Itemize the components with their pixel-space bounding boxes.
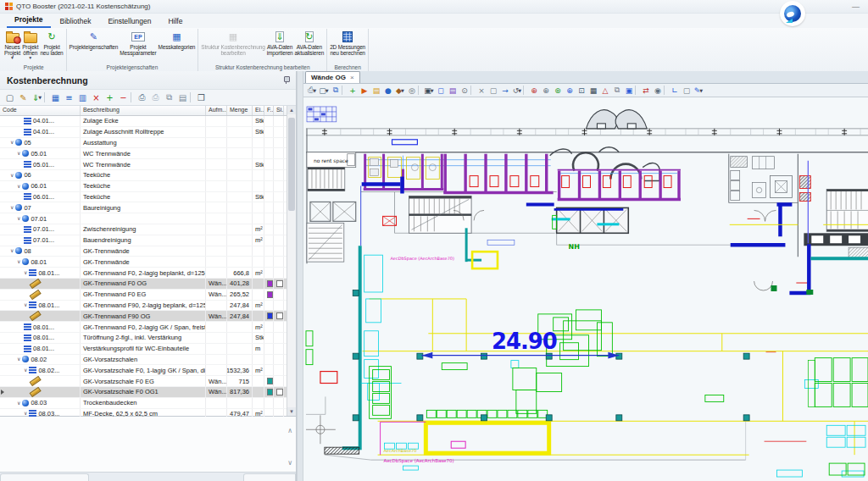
collapse-chevron-icon[interactable]: ∨ [24,411,27,416]
import-data-icon[interactable]: ⇓▼ [31,91,43,103]
copy-view-icon[interactable]: ⧉▼ [330,85,342,96]
zoom-in-icon[interactable]: ⊕▼ [528,85,540,96]
table-row[interactable]: ∨07.01 [0,213,287,224]
copy-image-icon[interactable]: ⧉▼ [611,85,623,96]
table-row[interactable]: ∨05.01 WC Trennwände [0,148,287,159]
zoom-extents-icon[interactable]: ⊡▼ [576,85,587,96]
floor-plan-canvas[interactable]: no rent space [303,97,868,481]
table-row[interactable]: ∨08 GK-Trennwände [0,246,287,257]
print-icon[interactable]: ⎙▼ [306,85,318,96]
visibility-swatch[interactable] [276,389,283,395]
table-row[interactable]: ∨06.01 Teeküche [0,181,287,192]
delete-entry-icon[interactable]: ×▼ [90,91,103,103]
table-row[interactable]: ∨05 Ausstattung [0,138,287,149]
zoom-refresh-icon[interactable]: ⊛▼ [552,85,564,96]
ribbon-button[interactable]: Projekt Messparameter ▼ [119,29,157,56]
manage-users-icon[interactable]: ◆▼ [394,85,406,96]
scroll-up-icon[interactable]: ▲ [287,106,296,114]
collapse-chevron-icon[interactable]: ∨ [17,184,20,189]
table-row[interactable]: ∨08.01... Verstärkungsprofil für WC-Einb… [0,344,287,355]
zoom-select-icon[interactable]: ⊙▼ [459,85,470,96]
menu-item[interactable]: Bibliothek [53,15,99,28]
ribbon-button[interactable]: ▦ Struktur Kostenberechnung bearbeiten ▼ [200,29,265,56]
picker-icon[interactable]: ▶▼ [359,85,370,96]
column-header[interactable]: Code [0,106,81,115]
tab-waende-og[interactable]: Wände OG × [305,71,360,83]
remove-entry-icon[interactable]: −▼ [117,91,130,103]
table-row[interactable]: ∨ GK-Vorsatzschale F0 EG Wän... 715 [0,376,287,387]
ribbon-button[interactable]: ↻ Projekt neu laden ▼ [39,29,64,56]
draw-style-icon[interactable]: ✎▼ [693,85,704,96]
color-swatch[interactable] [267,280,273,287]
print-icon[interactable]: ⎙▼ [136,91,148,103]
scrollbar-thumb[interactable] [288,118,295,211]
print-cancel-icon[interactable]: ⎙▼ [149,91,162,103]
list-view-icon[interactable]: ≡▼ [63,91,75,103]
table-row[interactable]: ∨08.01... GK-Trennwand F0, 2-lagig bepla… [0,268,287,279]
minimize-button[interactable]: — [849,4,863,9]
collapse-chevron-icon[interactable]: ∨ [10,173,14,178]
table-row[interactable]: ∨07.01... Zwischenreinigung m² [0,224,287,235]
collapse-chevron-icon[interactable]: ∨ [17,151,20,156]
collapse-chevron-icon[interactable]: ∨ [24,270,27,275]
sync-icon[interactable]: ⇄▼ [640,85,652,96]
table-row[interactable]: ∨08.02 GK-Vorsatzschalen [0,355,287,366]
export-icon[interactable]: ▢▼ [318,85,330,96]
table-row[interactable]: ∨ GK-Trennwand F0 OG Wän... 401,28 [0,279,287,290]
capture-image-icon[interactable]: ▤▼ [447,85,459,96]
table-row[interactable]: ∨ GK-Trennwand F90 OG Wän... 247,84 [0,311,287,322]
color-swatch[interactable] [267,389,273,395]
go-forward-icon[interactable]: →▼ [499,85,511,96]
column-header[interactable]: F... [264,106,274,115]
collapse-down-icon[interactable]: ∨ [287,459,292,467]
browser-globe-icon[interactable]: ●▼ [382,85,394,96]
column-header[interactable]: Beschreibung [81,106,206,115]
visibility-icon[interactable]: ◉▼ [652,85,664,96]
table-row[interactable]: ∨05.01... WC Trennwände Stk [0,159,287,170]
column-header[interactable]: Si... [274,106,284,115]
scroll-down-icon[interactable]: ▼ [287,407,296,416]
copy-icon[interactable]: ⧉▼ [163,91,175,103]
float-window-icon[interactable]: ❒▼ [195,91,208,103]
separator[interactable]: ▼ [44,92,48,102]
table-row[interactable]: ∨08.01... Türöffnung 2-flgl., inkl. Vers… [0,333,287,344]
ribbon-button[interactable]: Neues Projekt ▼ [3,29,21,59]
collapse-chevron-icon[interactable]: ∨ [24,368,27,373]
new-sheet-icon[interactable]: ▢▼ [487,85,499,96]
add-entry-icon[interactable]: +▼ [103,91,116,103]
column-header[interactable]: Aufm... [206,106,227,115]
tab-close-icon[interactable]: × [350,74,354,81]
table-row[interactable]: ∨04.01... Zulage Ecke Stk [0,116,287,127]
table-row[interactable]: ∨08.03 Trockenbaudecken [0,398,287,409]
ribbon-button[interactable]: Projekt öffnen ▼ [21,29,39,59]
tile-views-icon[interactable]: ▦▼ [587,85,599,96]
table-view-icon[interactable]: ▦▼ [49,91,62,103]
separator[interactable]: ▼ [131,92,135,102]
table-row[interactable]: ∨04.01... Zulage Ausschnitt Rolltreppe S… [0,127,287,138]
collapse-chevron-icon[interactable]: ∨ [17,216,20,221]
color-swatch[interactable] [267,291,273,298]
color-swatch[interactable] [267,312,273,319]
visibility-swatch[interactable] [276,280,283,287]
new-entry-icon[interactable]: ▢▼ [3,91,16,103]
pin-icon[interactable] [283,76,289,84]
menu-item[interactable]: Hilfe [160,15,190,28]
collapse-chevron-icon[interactable]: ∨ [17,259,20,264]
collapse-chevron-icon[interactable]: ∨ [17,357,20,362]
edit-measure-icon[interactable]: ✎▼ [17,91,30,103]
table-row[interactable]: ∨08.01 GK-Trennwände [0,257,287,268]
ribbon-button[interactable]: 2D Messungen neu berechnen ▼ [329,29,366,56]
zoom-pan-icon[interactable]: ⊕▼ [540,85,552,96]
record-icon[interactable]: ◎▼ [406,85,418,96]
collapse-chevron-icon[interactable]: ∨ [10,140,14,145]
table-row[interactable]: ∨08.02... GK-Vorsatzschale F0, 1-lagig G… [0,365,287,376]
table-row[interactable]: ∨ GK-Trennwand F0 EG Wän... 265,52 [0,290,287,301]
column-header[interactable]: Menge [227,106,253,115]
ribbon-button[interactable]: ▦ Messkategorien ▼ [158,29,197,50]
ribbon-button[interactable]: ✎ Projekteigenschaften ▼ [69,29,120,50]
close-view-icon[interactable]: ×▼ [476,85,487,96]
select-region-icon[interactable]: ◻▼ [435,85,447,96]
ribbon-button[interactable]: ↻ AVA-Daten aktualisieren ▼ [294,29,326,56]
menu-item[interactable]: Einstellungen [100,15,159,28]
open-folder-icon[interactable]: ▤▼ [370,85,382,96]
